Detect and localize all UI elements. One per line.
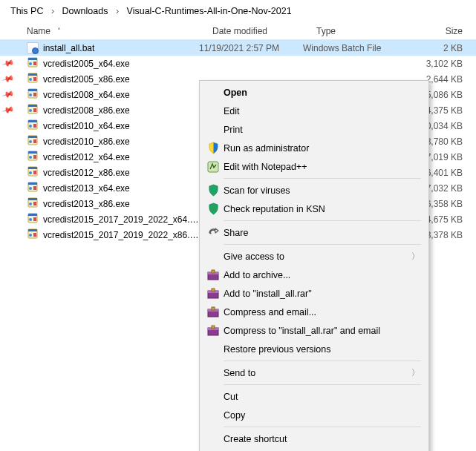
- svg-rect-48: [212, 326, 215, 329]
- context-menu: Open Edit Print Run as administrator Edi…: [199, 80, 429, 451]
- winrar-icon: [206, 286, 221, 301]
- batch-file-icon: [27, 42, 39, 54]
- svg-point-32: [29, 218, 32, 221]
- menu-separator: [224, 361, 421, 361]
- exe-file-icon: [27, 229, 39, 241]
- notepadpp-icon: [206, 159, 221, 174]
- file-name: vcredist2012_x64.exe: [43, 152, 199, 162]
- pin-icon: 📌: [1, 88, 16, 101]
- file-name: vcredist2010_x64.exe: [43, 121, 199, 131]
- svg-point-5: [29, 78, 32, 81]
- svg-rect-25: [28, 182, 37, 185]
- file-name: vcredist2013_x86.exe: [43, 199, 199, 209]
- svg-point-26: [29, 187, 32, 190]
- file-date: 11/19/2021 2:57 PM: [199, 43, 303, 53]
- chevron-right-icon: 〉: [411, 251, 427, 262]
- exe-file-icon: [27, 167, 39, 179]
- svg-point-11: [29, 109, 32, 112]
- file-size: 3,102 KB: [388, 59, 476, 69]
- file-size: 2 KB: [388, 43, 476, 53]
- svg-point-20: [29, 156, 32, 159]
- breadcrumb[interactable]: This PC › Downloads › Visual-C-Runtimes-…: [0, 0, 476, 24]
- menu-separator: [224, 384, 421, 385]
- svg-point-17: [29, 140, 32, 143]
- menu-item-run-as-administrator[interactable]: Run as administrator: [201, 139, 427, 157]
- svg-point-29: [29, 203, 32, 205]
- pin-icon: 📌: [1, 103, 16, 116]
- menu-item-print[interactable]: Print: [201, 120, 427, 139]
- svg-rect-42: [212, 289, 215, 292]
- chevron-right-icon: ›: [111, 6, 124, 16]
- svg-rect-4: [28, 73, 37, 76]
- chevron-right-icon: ›: [46, 6, 59, 16]
- file-type: Windows Batch File: [303, 43, 388, 53]
- shield-icon: [206, 141, 221, 156]
- column-headers: Name ˄ Date modified Type Size: [0, 24, 476, 40]
- column-header-size[interactable]: Size: [402, 26, 476, 36]
- column-header-type[interactable]: Type: [316, 26, 402, 36]
- file-row[interactable]: 📌vcredist2005_x64.exe3,102 KB: [0, 56, 476, 71]
- svg-rect-45: [212, 307, 215, 310]
- kaspersky-shield-icon: [206, 183, 221, 198]
- file-list: Name ˄ Date modified Type Size install_a…: [0, 24, 476, 243]
- svg-rect-19: [28, 151, 37, 154]
- menu-separator: [224, 244, 421, 245]
- exe-file-icon: [27, 214, 39, 226]
- exe-file-icon: [27, 73, 39, 85]
- breadcrumb-segment[interactable]: Visual-C-Runtimes-All-in-One-Nov-2021: [127, 6, 292, 16]
- menu-item-add-to-rar[interactable]: Add to "install_all.rar": [201, 284, 427, 303]
- file-name: vcredist2008_x64.exe: [43, 90, 199, 100]
- exe-file-icon: [27, 58, 39, 70]
- svg-rect-7: [28, 89, 37, 91]
- winrar-icon: [206, 323, 221, 338]
- svg-rect-34: [28, 229, 37, 231]
- breadcrumb-segment[interactable]: This PC: [10, 6, 43, 16]
- exe-file-icon: [27, 151, 39, 163]
- menu-item-scan-viruses[interactable]: Scan for viruses: [201, 181, 427, 200]
- svg-rect-31: [28, 214, 37, 216]
- file-name: vcredist2015_2017_2019_2022_x86.exe: [43, 230, 199, 240]
- column-header-name[interactable]: Name ˄: [0, 26, 212, 36]
- menu-item-compress-email[interactable]: Compress and email...: [201, 303, 427, 321]
- column-header-date[interactable]: Date modified: [212, 26, 316, 36]
- menu-item-create-shortcut[interactable]: Create shortcut: [201, 429, 427, 448]
- file-name: install_all.bat: [43, 43, 199, 53]
- menu-item-send-to[interactable]: Send to〉: [201, 363, 427, 382]
- chevron-right-icon: 〉: [411, 367, 427, 378]
- menu-item-edit-notepadpp[interactable]: Edit with Notepad++: [201, 157, 427, 176]
- menu-item-give-access-to[interactable]: Give access to〉: [201, 247, 427, 266]
- menu-item-copy[interactable]: Copy: [201, 406, 427, 424]
- file-name: vcredist2005_x86.exe: [43, 74, 199, 85]
- menu-item-share[interactable]: Share: [201, 223, 427, 242]
- svg-point-14: [29, 125, 32, 128]
- menu-separator: [224, 220, 421, 221]
- menu-item-delete[interactable]: Delete: [201, 448, 427, 451]
- menu-item-open[interactable]: Open: [201, 83, 427, 102]
- winrar-icon: [206, 268, 221, 283]
- svg-point-8: [29, 93, 32, 96]
- share-icon: [206, 226, 221, 240]
- menu-separator: [224, 178, 421, 179]
- menu-item-restore-versions[interactable]: Restore previous versions: [201, 340, 427, 358]
- menu-item-check-ksn[interactable]: Check reputation in KSN: [201, 200, 427, 218]
- menu-item-cut[interactable]: Cut: [201, 387, 427, 406]
- svg-rect-28: [28, 198, 37, 200]
- kaspersky-shield-icon: [206, 202, 221, 217]
- svg-rect-16: [28, 136, 37, 138]
- file-name: vcredist2013_x64.exe: [43, 183, 199, 194]
- sort-indicator-icon: ˄: [57, 27, 61, 35]
- svg-rect-39: [212, 270, 215, 273]
- exe-file-icon: [27, 182, 39, 194]
- winrar-icon: [206, 305, 221, 320]
- file-row[interactable]: install_all.bat11/19/2021 2:57 PMWindows…: [0, 40, 476, 56]
- pin-icon: 📌: [1, 72, 16, 85]
- breadcrumb-segment[interactable]: Downloads: [62, 6, 108, 16]
- svg-point-2: [29, 62, 32, 65]
- menu-item-compress-rar-email[interactable]: Compress to "install_all.rar" and email: [201, 321, 427, 340]
- menu-item-add-to-archive[interactable]: Add to archive...: [201, 266, 427, 284]
- exe-file-icon: [27, 120, 39, 132]
- svg-rect-1: [28, 58, 37, 60]
- svg-point-23: [29, 171, 32, 174]
- file-name: vcredist2012_x86.exe: [43, 168, 199, 178]
- menu-item-edit[interactable]: Edit: [201, 102, 427, 120]
